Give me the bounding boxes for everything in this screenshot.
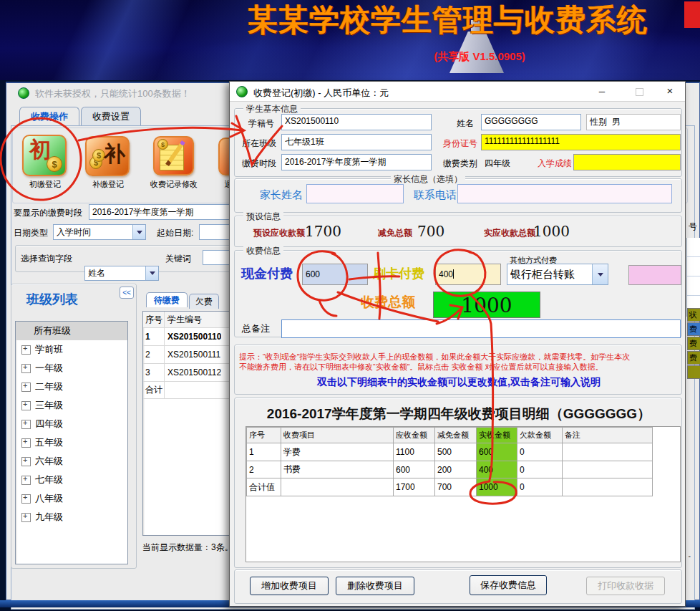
group-label: 收费信息 xyxy=(243,245,283,257)
entry-score-field[interactable] xyxy=(573,154,681,170)
tree-item[interactable]: 九年级 xyxy=(16,508,127,526)
tab-label: 欠费 xyxy=(195,297,213,307)
cell-actual[interactable]: 400 xyxy=(477,461,517,478)
expand-icon[interactable] xyxy=(21,401,31,410)
tree-item[interactable]: 三年级 xyxy=(16,396,127,415)
col-header[interactable]: 减免金额 xyxy=(435,428,477,443)
initial-payment-icon[interactable]: 初 xyxy=(22,135,67,176)
fee-period-field[interactable]: 2016-2017学年度第一学期 xyxy=(281,154,432,170)
record-count-status: 当前显示数据量：3条。 xyxy=(142,542,233,554)
detail-table-container: 序号 收费项目 应收金额 减免金额 实收金额 欠款金额 备注 1 学费 1100… xyxy=(246,426,681,562)
total-row: 合计 xyxy=(143,382,229,399)
edit-fee-record-icon[interactable] xyxy=(153,136,194,175)
tree-item-all-classes[interactable]: 所有班级 xyxy=(16,322,127,340)
col-header-index: 序号 xyxy=(143,312,165,327)
query-field-dropdown[interactable]: 姓名 xyxy=(84,266,159,281)
tree-item[interactable]: 七年级 xyxy=(16,471,127,489)
cell: 600 xyxy=(394,461,435,478)
strip-cell: 费 xyxy=(687,351,700,365)
student-row[interactable]: 2 XS201500111 xyxy=(143,346,229,364)
date-type-dropdown[interactable]: 入学时间 xyxy=(53,224,146,240)
total-label: 收费总额 xyxy=(361,293,415,312)
expand-icon[interactable] xyxy=(21,364,31,373)
other-method-dropdown[interactable]: 银行柜台转账 xyxy=(507,264,608,285)
query-field-label: 选择查询字段 xyxy=(21,253,72,265)
cell: 500 xyxy=(435,443,477,461)
expand-icon[interactable] xyxy=(21,513,31,522)
chevron-down-icon[interactable] xyxy=(145,266,158,280)
strip-bottom-fragment: 。 xyxy=(688,549,696,559)
expand-icon[interactable] xyxy=(21,476,31,485)
card-input[interactable]: 400 xyxy=(435,264,501,285)
tree-item[interactable]: 四年级 xyxy=(16,415,127,433)
print-receipt-button[interactable]: 打印收款收据 xyxy=(586,577,665,595)
chevron-down-icon[interactable] xyxy=(592,264,608,284)
student-id: XS201500112 xyxy=(165,367,221,377)
tree-item[interactable]: 六年级 xyxy=(16,452,127,471)
expand-icon[interactable] xyxy=(21,438,31,448)
chu-glyph: 初 xyxy=(29,139,51,160)
fee-row[interactable]: 2 书费 600 200 400 0 xyxy=(247,461,653,478)
other-method-value: 银行柜台转账 xyxy=(510,264,575,284)
tab-fee-settings[interactable]: 收费设置 xyxy=(81,107,141,125)
cell-remark xyxy=(563,478,653,496)
remark-input[interactable] xyxy=(281,319,681,338)
col-header[interactable]: 欠款金额 xyxy=(517,428,563,443)
collapse-panel-button[interactable]: << xyxy=(120,287,134,299)
tree-item[interactable]: 五年级 xyxy=(16,433,127,452)
entry-score-label: 入学成绩 xyxy=(538,158,572,170)
col-header[interactable]: 序号 xyxy=(247,428,281,443)
col-header[interactable]: 备注 xyxy=(563,428,653,443)
close-button[interactable]: × xyxy=(659,85,681,97)
chevron-down-icon[interactable] xyxy=(132,225,145,239)
expand-icon[interactable] xyxy=(21,383,31,392)
cell-remark[interactable] xyxy=(563,443,653,461)
cell-actual[interactable]: 600 xyxy=(477,443,517,461)
expand-icon[interactable] xyxy=(21,457,31,466)
class-tree[interactable]: 所有班级 学前班 一年级 二年级 三年级 四年级 五年级 六年级 七年级 八年级… xyxy=(15,321,128,564)
tree-item[interactable]: 二年级 xyxy=(16,377,127,396)
tab-pending-fee[interactable]: 待缴费 xyxy=(146,292,188,307)
col-header[interactable]: 收费项目 xyxy=(281,428,394,443)
col-header-student-id: 学生编号 xyxy=(165,314,202,326)
parent-name-input[interactable] xyxy=(306,184,404,203)
cash-input[interactable]: 600 xyxy=(302,264,368,285)
expand-icon[interactable] xyxy=(21,494,31,504)
parent-name-label: 家长姓名 xyxy=(260,188,303,202)
student-row-selected[interactable]: 1 XS201500110 xyxy=(143,328,229,346)
delete-fee-item-button[interactable]: 删除收费项目 xyxy=(336,577,414,595)
tree-item[interactable]: 八年级 xyxy=(16,489,127,508)
tab-arrears[interactable]: 欠费 xyxy=(189,294,219,309)
expand-icon[interactable] xyxy=(21,420,31,429)
fee-row[interactable]: 1 学费 1100 500 600 0 xyxy=(247,443,653,461)
group-label: 预设信息 xyxy=(243,211,283,223)
class-field[interactable]: 七年级1班 xyxy=(281,134,432,150)
save-fee-info-button[interactable]: 保存收费信息 xyxy=(470,575,547,595)
name-field[interactable]: GGGGGGGG xyxy=(481,114,581,130)
student-row[interactable]: 3 XS201500112 xyxy=(143,364,229,382)
tree-item-label: 二年级 xyxy=(35,380,63,393)
tree-item[interactable]: 学前班 xyxy=(16,340,127,359)
discount-label: 减免总额 xyxy=(378,227,412,239)
tree-item[interactable]: 一年级 xyxy=(16,359,127,377)
maximize-button[interactable] xyxy=(636,88,643,96)
id-number-field[interactable]: 111111111111111111 xyxy=(481,134,681,150)
total-amount-display: 1000 xyxy=(433,292,540,318)
detail-table-title: 2016-2017学年度第一学期四年级收费项目明细（GGGGGGG） xyxy=(239,405,679,423)
tab-fee-operations[interactable]: 收费操作 xyxy=(19,107,79,125)
phone-input[interactable] xyxy=(457,184,672,203)
app-title: 某某学校学生管理与收费系统 xyxy=(248,0,700,40)
add-fee-item-button[interactable]: 增加收费项目 xyxy=(250,577,329,595)
fee-detail-table[interactable]: 序号 收费项目 应收金额 减免金额 实收金额 欠款金额 备注 1 学费 1100… xyxy=(246,427,653,496)
expand-icon[interactable] xyxy=(21,345,31,355)
other-amount-box[interactable] xyxy=(628,265,681,285)
cell-remark[interactable] xyxy=(563,461,653,478)
supplement-payment-icon[interactable]: 补 xyxy=(85,136,130,176)
student-id-field[interactable]: XS201500110 xyxy=(281,114,432,130)
col-header[interactable]: 应收金额 xyxy=(394,428,435,443)
minimize-button[interactable]: – xyxy=(591,85,613,97)
student-list[interactable]: 序号 学生编号 1 XS201500110 2 XS201500111 3 XS… xyxy=(142,311,230,536)
period-filter-value[interactable]: 2016-2017学年度第一学期 xyxy=(89,204,239,220)
col-header-actual[interactable]: 实收金额 xyxy=(477,428,517,443)
coin-icon xyxy=(47,156,62,172)
